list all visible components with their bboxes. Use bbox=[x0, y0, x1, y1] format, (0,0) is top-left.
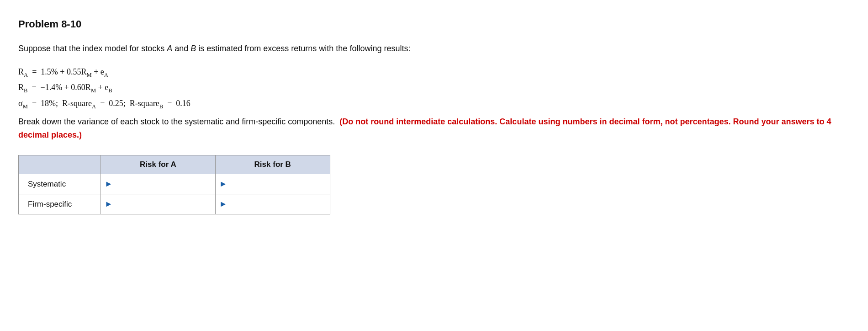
table-header-risk-a: Risk for A bbox=[101, 155, 216, 174]
instruction-text: Break down the variance of each stock to… bbox=[18, 115, 850, 142]
firm-specific-risk-b-cell[interactable]: ► bbox=[215, 194, 330, 214]
row-label-firm-specific: Firm-specific bbox=[19, 194, 101, 214]
equations-block: RA = 1.5% + 0.55RM + eA RB = −1.4% + 0.6… bbox=[18, 64, 850, 112]
firm-specific-risk-b-input[interactable] bbox=[229, 200, 326, 209]
row-label-systematic: Systematic bbox=[19, 174, 101, 194]
systematic-risk-b-input[interactable] bbox=[229, 180, 326, 189]
systematic-risk-a-input[interactable] bbox=[115, 180, 212, 189]
problem-title: Problem 8-10 bbox=[18, 18, 850, 30]
systematic-risk-b-cell[interactable]: ► bbox=[215, 174, 330, 194]
firm-specific-risk-a-cell[interactable]: ► bbox=[101, 194, 216, 214]
answer-table: Risk for A Risk for B Systematic ► ► Fir… bbox=[18, 155, 330, 214]
intro-text: Suppose that the index model for stocks … bbox=[18, 44, 850, 53]
systematic-b-arrow: ► bbox=[219, 179, 228, 189]
firm-specific-a-arrow: ► bbox=[105, 199, 113, 209]
firm-specific-risk-a-input[interactable] bbox=[115, 200, 212, 209]
systematic-risk-a-cell[interactable]: ► bbox=[101, 174, 216, 194]
equation-ra: RA = 1.5% + 0.55RM + eA bbox=[18, 64, 850, 80]
equation-rb: RB = −1.4% + 0.60RM + eB bbox=[18, 80, 850, 96]
equation-sigma: σM = 18%; R-squareA = 0.25; R-squareB = … bbox=[18, 96, 850, 112]
table-row-firm-specific: Firm-specific ► ► bbox=[19, 194, 330, 214]
systematic-a-arrow: ► bbox=[105, 179, 113, 189]
firm-specific-b-arrow: ► bbox=[219, 199, 228, 209]
table-header-empty bbox=[19, 155, 101, 174]
instruction-bold-red: (Do not round intermediate calculations.… bbox=[18, 117, 831, 139]
table-header-risk-b: Risk for B bbox=[215, 155, 330, 174]
table-row-systematic: Systematic ► ► bbox=[19, 174, 330, 194]
